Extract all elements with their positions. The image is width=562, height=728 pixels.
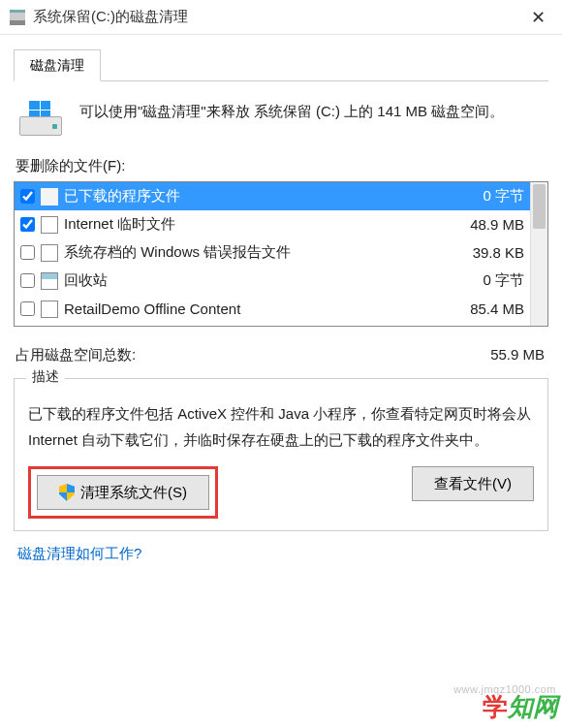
description-group: 描述 已下载的程序文件包括 ActiveX 控件和 Java 小程序，你查看特定… bbox=[14, 378, 548, 531]
file-size: 85.4 MB bbox=[441, 301, 528, 317]
file-row[interactable]: 回收站0 字节 bbox=[15, 267, 547, 295]
file-size: 0 字节 bbox=[441, 187, 528, 206]
scrollbar-thumb[interactable] bbox=[533, 184, 546, 229]
total-label: 占用磁盘空间总数: bbox=[16, 346, 136, 364]
file-row[interactable]: 已下载的程序文件0 字节 bbox=[15, 182, 547, 210]
view-files-button[interactable]: 查看文件(V) bbox=[412, 466, 534, 501]
total-row: 占用磁盘空间总数: 55.9 MB bbox=[16, 346, 545, 364]
file-row[interactable]: RetailDemo Offline Content85.4 MB bbox=[15, 295, 547, 323]
intro-block: 可以使用"磁盘清理"来释放 系统保留 (C:) 上的 141 MB 磁盘空间。 bbox=[14, 91, 548, 151]
file-size: 0 字节 bbox=[441, 271, 528, 290]
file-type-icon bbox=[41, 272, 58, 290]
close-button[interactable]: ✕ bbox=[523, 7, 552, 28]
file-checkbox[interactable] bbox=[20, 273, 35, 288]
tab-strip: 磁盘清理 bbox=[14, 48, 548, 81]
file-size: 48.9 MB bbox=[441, 216, 528, 233]
file-type-icon bbox=[41, 244, 58, 262]
file-row[interactable]: Internet 临时文件48.9 MB bbox=[15, 210, 547, 238]
window-title: 系统保留(C:)的磁盘清理 bbox=[33, 8, 523, 26]
highlight-box: 清理系统文件(S) bbox=[28, 466, 218, 519]
file-checkbox[interactable] bbox=[20, 217, 35, 232]
description-legend: 描述 bbox=[26, 368, 65, 386]
total-value: 55.9 MB bbox=[490, 346, 545, 364]
file-checkbox[interactable] bbox=[20, 189, 35, 204]
file-checkbox[interactable] bbox=[20, 301, 35, 316]
intro-text: 可以使用"磁盘清理"来释放 系统保留 (C:) 上的 141 MB 磁盘空间。 bbox=[79, 99, 504, 124]
file-name: Internet 临时文件 bbox=[64, 215, 441, 234]
shield-icon bbox=[59, 484, 75, 501]
files-to-delete-label: 要删除的文件(F): bbox=[16, 157, 548, 175]
description-text: 已下载的程序文件包括 ActiveX 控件和 Java 小程序，你查看特定网页时… bbox=[28, 400, 534, 453]
file-type-icon bbox=[41, 188, 58, 206]
title-bar: 系统保留(C:)的磁盘清理 ✕ bbox=[0, 0, 562, 35]
file-type-icon bbox=[41, 301, 58, 318]
clean-system-files-button[interactable]: 清理系统文件(S) bbox=[37, 475, 209, 510]
clean-system-files-label: 清理系统文件(S) bbox=[80, 484, 187, 502]
file-name: 已下载的程序文件 bbox=[64, 187, 441, 206]
disk-cleanup-icon bbox=[19, 101, 62, 136]
drive-icon bbox=[10, 10, 25, 25]
file-name: 系统存档的 Windows 错误报告文件 bbox=[64, 243, 441, 262]
file-size: 39.8 KB bbox=[441, 244, 528, 261]
scrollbar[interactable] bbox=[530, 182, 547, 326]
file-row[interactable]: 系统存档的 Windows 错误报告文件39.8 KB bbox=[15, 238, 547, 267]
watermark: 学知网 bbox=[483, 690, 558, 724]
how-it-works-link[interactable]: 磁盘清理如何工作? bbox=[17, 545, 141, 563]
file-name: RetailDemo Offline Content bbox=[64, 301, 441, 317]
file-list[interactable]: 已下载的程序文件0 字节Internet 临时文件48.9 MB系统存档的 Wi… bbox=[14, 181, 548, 327]
file-checkbox[interactable] bbox=[20, 245, 35, 260]
view-files-label: 查看文件(V) bbox=[434, 475, 512, 493]
file-name: 回收站 bbox=[64, 271, 441, 290]
tab-disk-cleanup[interactable]: 磁盘清理 bbox=[14, 49, 101, 81]
file-type-icon bbox=[41, 216, 58, 234]
